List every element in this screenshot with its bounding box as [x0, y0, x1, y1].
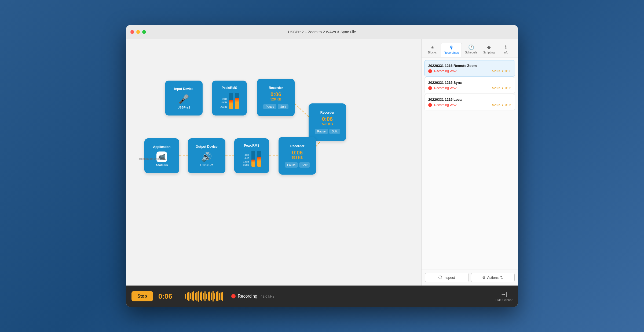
main-window: USBPre2 + Zoom to 2 WAVs & Sync File — [126, 25, 518, 307]
minimize-button[interactable] — [136, 30, 140, 34]
inspect-button[interactable]: ⓘ Inspect — [425, 273, 469, 282]
zoom-icon: 📹 — [156, 151, 167, 162]
sidebar-tabs: ⊞ Blocks 🎙 Recordings 🕐 Schedule ◆ Scrip… — [422, 39, 518, 57]
recording-label: Recording — [238, 294, 257, 299]
close-button[interactable] — [130, 30, 134, 34]
recorder-2-split-button[interactable]: Split — [299, 162, 310, 168]
recorder-1-pause-button[interactable]: Pause — [263, 104, 276, 109]
waveform-display — [185, 291, 223, 302]
title-bar: USBPre2 + Zoom to 2 WAVs & Sync File — [126, 25, 518, 39]
main-content: Input Device 🎤 USBPre2 Peak/RMS -3dB -9d… — [126, 39, 518, 286]
vu-meter-2: -3dB -9dB -18dB -36dB — [241, 149, 262, 168]
recording-item-2[interactable]: 20220331 1216 Local Recording WAV 528 KB… — [424, 94, 515, 110]
output-device-node[interactable]: Output Device 🔊 USBPre2 — [188, 138, 225, 173]
svg-line-2 — [295, 103, 309, 117]
chevron-up-down-icon: ⇅ — [500, 276, 503, 280]
tab-scripting[interactable]: ◆ Scripting — [481, 43, 497, 57]
recordings-list: 20220331 1216 Remote Zoom Recording WAV … — [422, 57, 518, 269]
vu-meter-1: -3dB -9dB -36dB — [218, 91, 240, 110]
rec-dot-2 — [428, 103, 432, 107]
microphone-icon: 🎤 — [178, 94, 189, 104]
tab-blocks[interactable]: ⊞ Blocks — [424, 43, 440, 57]
sidebar-bottom: ⓘ Inspect ⚙ Actions ⇅ — [422, 269, 518, 286]
traffic-lights — [130, 30, 146, 34]
speaker-icon: 🔊 — [201, 152, 212, 162]
hide-sidebar-arrow-icon: →| — [501, 291, 507, 297]
input-device-node[interactable]: Input Device 🎤 USBPre2 — [165, 81, 203, 116]
recorder-mid-split-button[interactable]: Split — [329, 129, 340, 134]
hide-sidebar-button[interactable]: →| Hide Sidebar — [495, 291, 513, 302]
recording-item-0[interactable]: 20220331 1216 Remote Zoom Recording WAV … — [424, 60, 515, 77]
scripting-icon: ◆ — [487, 45, 491, 50]
tab-info[interactable]: ℹ Info — [498, 43, 514, 57]
recording-status: Recording 48.0 kHz — [231, 294, 274, 299]
gear-icon: ⚙ — [482, 276, 485, 280]
recording-indicator-dot — [231, 294, 236, 298]
blocks-icon: ⊞ — [430, 45, 434, 50]
recording-item-1[interactable]: 20220331 1216 Sync Recording WAV 528 KB … — [424, 77, 515, 93]
recorder-mid-node[interactable]: Recorder 0:06 528 KB Pause Split — [309, 103, 346, 141]
bottom-toolbar: Stop 0:06 — [126, 286, 518, 307]
schedule-icon: 🕐 — [468, 45, 474, 50]
peak-rms-2-node[interactable]: Peak/RMS -3dB -9dB -18dB -36dB — [234, 138, 269, 173]
peak-rms-1-node[interactable]: Peak/RMS -3dB -9dB -36dB — [212, 81, 247, 116]
timer-display: 0:06 — [158, 292, 180, 301]
tab-schedule[interactable]: 🕐 Schedule — [462, 43, 480, 57]
maximize-button[interactable] — [142, 30, 146, 34]
window-title: USBPre2 + Zoom to 2 WAVs & Sync File — [288, 30, 356, 34]
recorder-mid-pause-button[interactable]: Pause — [315, 129, 328, 134]
inspect-circle-icon: ⓘ — [438, 275, 442, 280]
actions-button[interactable]: ⚙ Actions ⇅ — [471, 273, 515, 282]
canvas-area: Input Device 🎤 USBPre2 Peak/RMS -3dB -9d… — [126, 39, 421, 286]
recorder-2-node[interactable]: Recorder 0:06 528 KB Pause Split — [279, 137, 316, 175]
rec-dot-0 — [428, 69, 432, 73]
recordings-icon: 🎙 — [449, 45, 454, 50]
app-zoom-label: Application zoom uS — [139, 157, 166, 160]
recorder-1-node[interactable]: Recorder 0:06 528 KB Pause Split — [257, 79, 295, 116]
sidebar: ⊞ Blocks 🎙 Recordings 🕐 Schedule ◆ Scrip… — [421, 39, 518, 286]
stop-button[interactable]: Stop — [131, 291, 153, 301]
application-node[interactable]: Application 📹 zoom.us — [144, 138, 179, 173]
rec-dot-1 — [428, 86, 432, 90]
recorder-1-split-button[interactable]: Split — [278, 104, 288, 109]
recorder-2-pause-button[interactable]: Pause — [285, 162, 298, 168]
info-icon: ℹ — [505, 45, 507, 50]
sample-rate-label: 48.0 kHz — [261, 294, 274, 298]
tab-recordings[interactable]: 🎙 Recordings — [441, 43, 462, 57]
